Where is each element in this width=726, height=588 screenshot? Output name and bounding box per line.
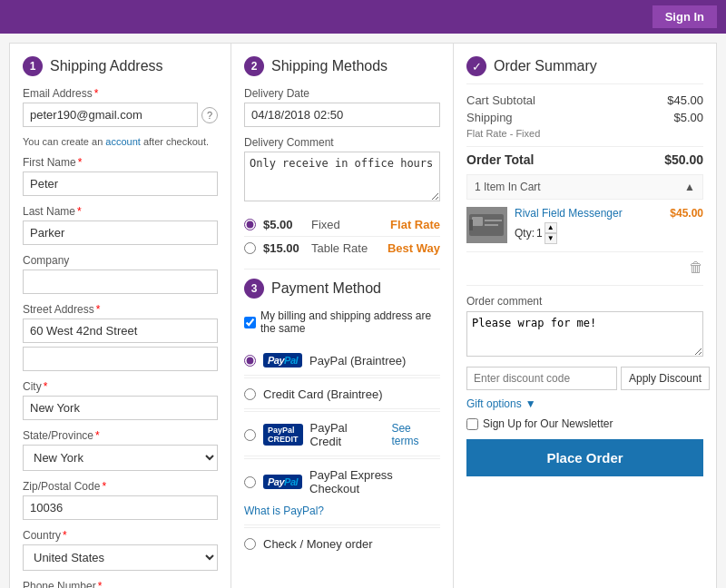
middle-panel: 2 Shipping Methods Delivery Date Deliver… <box>231 43 454 588</box>
payment-paypal-credit: PayPalCREDIT PayPal Credit See terms <box>244 414 440 456</box>
zip-label: Zip/Postal Code* <box>23 480 218 493</box>
items-in-cart-toggle[interactable]: 1 Item In Cart ▲ <box>466 174 703 200</box>
order-summary-title-row: ✓ Order Summary <box>466 56 703 84</box>
state-select[interactable]: New York <box>23 445 218 471</box>
page-container: 1 Shipping Address Email Address* ? You … <box>0 34 726 588</box>
payment-check-money: Check / Money order <box>244 530 440 558</box>
zip-input[interactable] <box>23 495 218 520</box>
see-terms-link[interactable]: See terms <box>391 422 440 447</box>
paypal-express-label: PayPal Express Checkout <box>309 468 440 495</box>
shipping-best-radio[interactable] <box>244 242 256 254</box>
first-name-input[interactable] <box>23 172 218 196</box>
shipping-address-title: 1 Shipping Address <box>23 56 218 76</box>
shipping-best-price: $15.00 <box>263 241 304 255</box>
step-1-badge: 1 <box>23 56 43 76</box>
gift-options-label: Gift options <box>466 397 522 410</box>
shipping-flat-name: Flat Rate <box>390 218 440 231</box>
phone-group: Phone Number* <box>23 580 218 588</box>
payment-paypal-express: PayPal PayPal Express Checkout What is P… <box>244 461 440 525</box>
payment-credit-radio[interactable] <box>244 388 256 400</box>
cart-subtotal-row: Cart Subtotal $45.00 <box>466 93 703 107</box>
svg-rect-2 <box>472 217 483 226</box>
cart-item-svg <box>466 207 507 243</box>
state-group: State/Province* New York <box>23 429 218 471</box>
first-name-group: First Name* <box>23 156 218 196</box>
order-summary-panel: ✓ Order Summary Cart Subtotal $45.00 Shi… <box>454 43 717 588</box>
paypal-braintree-label: PayPal (Braintree) <box>309 354 406 368</box>
check-money-label: Check / Money order <box>263 537 373 551</box>
city-label: City* <box>23 380 218 393</box>
delivery-comment-textarea[interactable]: Only receive in office hours <box>244 152 440 201</box>
phone-label: Phone Number* <box>23 580 218 588</box>
email-help-icon[interactable]: ? <box>201 107 218 123</box>
shipping-subtext: Flat Rate - Fixed <box>466 128 703 139</box>
email-row: ? <box>23 103 218 127</box>
apply-discount-button[interactable]: Apply Discount <box>621 367 710 390</box>
qty-controls: ▲ ▼ <box>544 222 557 244</box>
company-label: Company <box>23 254 218 267</box>
shipping-row: Shipping $5.00 <box>466 111 703 124</box>
payment-paypal-credit-radio[interactable] <box>244 429 256 441</box>
discount-row: Apply Discount <box>466 367 703 390</box>
order-comment-textarea[interactable]: Please wrap for me! <box>466 311 703 357</box>
payment-paypal-radio[interactable] <box>244 355 256 367</box>
cart-subtotal-label: Cart Subtotal <box>466 93 535 107</box>
shipping-address-panel: 1 Shipping Address Email Address* ? You … <box>9 43 231 588</box>
country-group: Country* United States <box>23 529 218 571</box>
country-select[interactable]: United States <box>23 544 218 571</box>
qty-down-button[interactable]: ▼ <box>544 233 557 244</box>
city-group: City* <box>23 380 218 420</box>
cart-item: Rival Field Messenger $45.00 Qty: 1 ▲ ▼ <box>466 207 703 252</box>
step-2-badge: 2 <box>244 56 264 76</box>
place-order-button[interactable]: Place Order <box>466 439 703 476</box>
city-input[interactable] <box>23 396 218 420</box>
gift-options-toggle[interactable]: Gift options ▼ <box>466 397 703 410</box>
country-label: Country* <box>23 529 218 542</box>
discount-input[interactable] <box>466 367 617 390</box>
shipping-flat-radio[interactable] <box>244 219 256 230</box>
delivery-date-input[interactable] <box>244 103 440 127</box>
billing-same-checkbox[interactable] <box>244 317 256 328</box>
zip-group: Zip/Postal Code* <box>23 480 218 520</box>
cart-item-name: Rival Field Messenger <box>515 207 623 220</box>
cart-item-qty-value: 1 <box>536 227 543 240</box>
billing-same-label: My billing and shipping address are the … <box>260 309 440 335</box>
order-total-label: Order Total <box>466 152 534 167</box>
payment-check-radio[interactable] <box>244 538 256 550</box>
order-total-value: $50.00 <box>664 152 703 167</box>
cart-item-details: Rival Field Messenger $45.00 Qty: 1 ▲ ▼ <box>515 207 703 244</box>
shipping-address-heading: Shipping Address <box>50 58 163 74</box>
street2-input[interactable] <box>23 347 218 371</box>
state-label: State/Province* <box>23 429 218 442</box>
payment-paypal-braintree: PayPal PayPal (Braintree) <box>244 346 440 376</box>
shipping-option-best: $15.00 Table Rate Best Way <box>244 237 440 260</box>
delete-item-icon[interactable]: 🗑 <box>466 260 703 276</box>
payment-method-heading: Payment Method <box>271 280 381 297</box>
shipping-methods-heading: Shipping Methods <box>271 58 388 74</box>
newsletter-label: Sign Up for Our Newsletter <box>483 417 613 430</box>
shipping-flat-type: Fixed <box>311 218 383 231</box>
shipping-flat-price: $5.00 <box>263 218 304 231</box>
cart-item-delete-row: 🗑 <box>466 260 703 276</box>
newsletter-row: Sign Up for Our Newsletter <box>466 417 703 430</box>
shipping-best-type: Table Rate <box>311 241 380 255</box>
email-input[interactable] <box>23 103 198 127</box>
shipping-best-name: Best Way <box>388 241 440 255</box>
cart-item-price: $45.00 <box>670 207 703 220</box>
create-account-link[interactable]: account <box>105 136 141 147</box>
paypal-express-logo: PayPal <box>263 475 302 489</box>
sign-in-button[interactable]: Sign In <box>652 5 717 28</box>
svg-rect-5 <box>469 220 473 230</box>
payment-paypal-express-radio[interactable] <box>244 476 256 488</box>
create-account-note: You can create an account after checkout… <box>23 136 218 147</box>
qty-up-button[interactable]: ▲ <box>544 222 557 233</box>
last-name-group: Last Name* <box>23 205 218 245</box>
paypal-credit-logo: PayPalCREDIT <box>263 424 303 446</box>
last-name-label: Last Name* <box>23 205 218 218</box>
last-name-input[interactable] <box>23 220 218 245</box>
company-group: Company <box>23 254 218 294</box>
newsletter-checkbox[interactable] <box>466 418 478 430</box>
company-input[interactable] <box>23 270 218 294</box>
what-paypal-link[interactable]: What is PayPal? <box>244 505 324 517</box>
street-input[interactable] <box>23 318 218 343</box>
